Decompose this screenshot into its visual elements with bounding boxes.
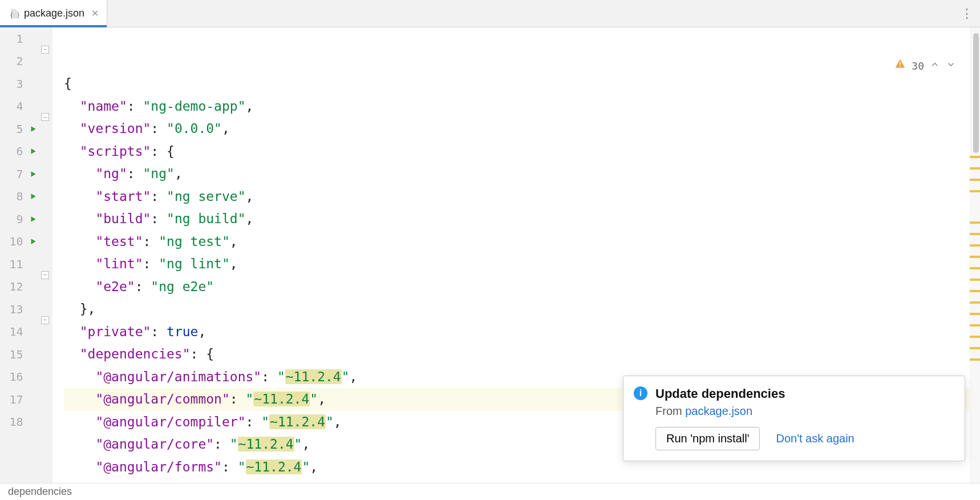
stripe-mark[interactable] [970,233,980,235]
code-line[interactable]: "ng": "ng", [64,163,980,186]
run-icon[interactable] [29,167,37,181]
gutter-line: 4− [0,95,52,118]
editor: 1−234−567891011−1213−1415161718 { "name"… [0,27,980,483]
code-line[interactable]: { [64,72,980,95]
gutter-line: 14 [0,321,52,344]
line-number: 12 [0,280,27,293]
gutter-line: 6 [0,140,52,163]
run-icon[interactable] [29,144,37,158]
run-gutter-slot[interactable] [27,235,40,248]
stripe-mark[interactable] [970,267,980,269]
update-dependencies-popup: i Update dependencies From package.json … [623,376,965,461]
stripe-mark[interactable] [970,279,980,281]
breadcrumb[interactable]: dependencies [8,486,72,498]
line-number: 14 [0,325,27,338]
stripe-mark[interactable] [970,190,980,192]
line-number: 6 [0,144,27,158]
error-stripe[interactable] [970,27,980,483]
inspections-widget[interactable]: 30 [845,32,956,100]
dont-ask-again-link[interactable]: Don't ask again [776,432,854,445]
gutter-line: 9 [0,208,52,231]
stripe-mark[interactable] [970,290,980,292]
stripe-mark[interactable] [970,167,980,170]
line-number: 4 [0,99,27,113]
code-line[interactable]: "version": "0.0.0", [64,118,980,140]
stripe-mark[interactable] [970,347,980,349]
tab-package-json[interactable]: { } package.json ✕ [0,0,107,27]
chevron-down-icon[interactable] [946,55,956,78]
run-icon[interactable] [29,235,37,248]
line-number: 18 [0,415,27,429]
popup-title: Update dependencies [655,386,953,401]
gutter-line: 17 [0,388,52,411]
run-gutter-slot[interactable] [27,167,40,181]
code-line[interactable]: }, [64,298,980,321]
stripe-mark[interactable] [970,324,980,326]
line-number: 10 [0,235,27,248]
svg-rect-1 [900,62,901,64]
gutter-line: 7 [0,163,52,186]
popup-file-link[interactable]: package.json [685,405,752,417]
chevron-up-icon[interactable] [930,55,940,78]
gutter: 1−234−567891011−1213−1415161718 [0,27,52,483]
gutter-line: 11− [0,253,52,276]
stripe-mark[interactable] [970,244,980,247]
gutter-line: 16 [0,366,52,389]
line-number: 11 [0,257,27,271]
gutter-line: 1− [0,27,52,50]
code-line[interactable]: "test": "ng test", [64,231,980,253]
gutter-line: 13− [0,298,52,321]
stripe-mark[interactable] [970,179,980,181]
close-icon[interactable]: ✕ [91,8,99,19]
code-line[interactable]: "start": "ng serve", [64,186,980,208]
run-gutter-slot[interactable] [27,212,40,226]
code-line[interactable]: "lint": "ng lint", [64,253,980,276]
code-line[interactable]: "name": "ng-demo-app", [64,95,980,118]
line-number: 7 [0,167,27,181]
scrollbar-thumb[interactable] [973,33,979,153]
tabbar-more-icon[interactable]: ⋮ [954,0,980,27]
line-number: 15 [0,348,27,361]
gutter-line: 18 [0,411,52,434]
stripe-mark[interactable] [970,256,980,258]
json-file-icon: { } [8,8,19,19]
svg-rect-2 [900,66,901,67]
svg-text:{ }: { } [10,11,19,18]
line-number: 16 [0,370,27,384]
line-number: 3 [0,77,27,91]
code-line[interactable]: "build": "ng build", [64,208,980,231]
line-number: 1 [0,32,27,46]
code-line[interactable]: "scripts": { [64,140,980,163]
tab-label: package.json [24,7,84,19]
gutter-line: 12 [0,276,52,299]
gutter-line: 10 [0,231,52,253]
stripe-mark[interactable] [970,156,980,158]
run-gutter-slot[interactable] [27,144,40,158]
code-line[interactable]: "dependencies": { [64,343,980,366]
gutter-line: 8 [0,186,52,208]
stripe-mark[interactable] [970,358,980,361]
line-number: 17 [0,393,27,406]
stripe-mark[interactable] [970,221,980,224]
run-gutter-slot[interactable] [27,189,40,203]
line-number: 13 [0,303,27,316]
line-number: 8 [0,189,27,203]
editor-tabbar: { } package.json ✕ ⋮ [0,0,980,27]
stripe-mark[interactable] [970,336,980,338]
stripe-mark[interactable] [970,313,980,315]
gutter-line: 2 [0,50,52,73]
info-icon: i [634,386,647,400]
run-icon[interactable] [29,189,37,203]
code-line[interactable]: "private": true, [64,321,980,344]
run-npm-install-button[interactable]: Run 'npm install' [655,427,760,450]
run-icon[interactable] [29,122,37,136]
stripe-mark[interactable] [970,301,980,304]
gutter-line: 5 [0,118,52,140]
run-gutter-slot[interactable] [27,122,40,136]
popup-subtitle: From package.json [655,405,953,418]
line-number: 5 [0,122,27,136]
run-icon[interactable] [29,212,37,226]
warning-count: 30 [912,55,924,78]
code-line[interactable]: "e2e": "ng e2e" [64,276,980,299]
line-number: 2 [0,54,27,68]
